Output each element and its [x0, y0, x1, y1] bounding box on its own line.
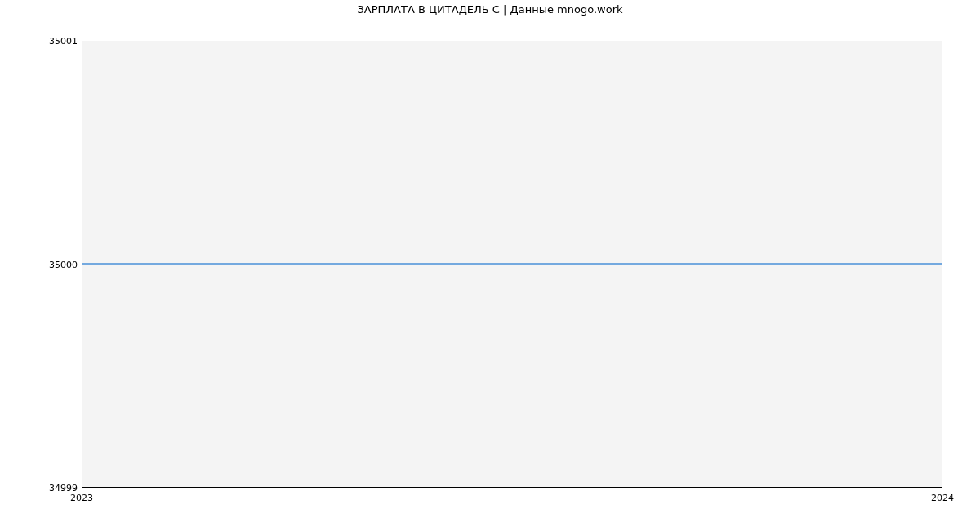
x-axis-ticks: 2023 2024: [82, 490, 942, 506]
chart-container: { "chart_data": { "type": "line", "title…: [0, 0, 980, 531]
x-tick-label: 2023: [70, 493, 93, 503]
line-series: [82, 41, 942, 487]
y-tick-label: 35001: [49, 36, 78, 47]
y-axis-ticks: 35001 35000 34999: [0, 41, 78, 488]
plot-area: [82, 41, 942, 488]
y-tick-label: 34999: [49, 483, 78, 493]
y-tick-label: 35000: [49, 259, 78, 270]
chart-title: ЗАРПЛАТА В ЦИТАДЕЛЬ С | Данные mnogo.wor…: [0, 3, 980, 16]
x-tick-label: 2024: [931, 493, 954, 503]
